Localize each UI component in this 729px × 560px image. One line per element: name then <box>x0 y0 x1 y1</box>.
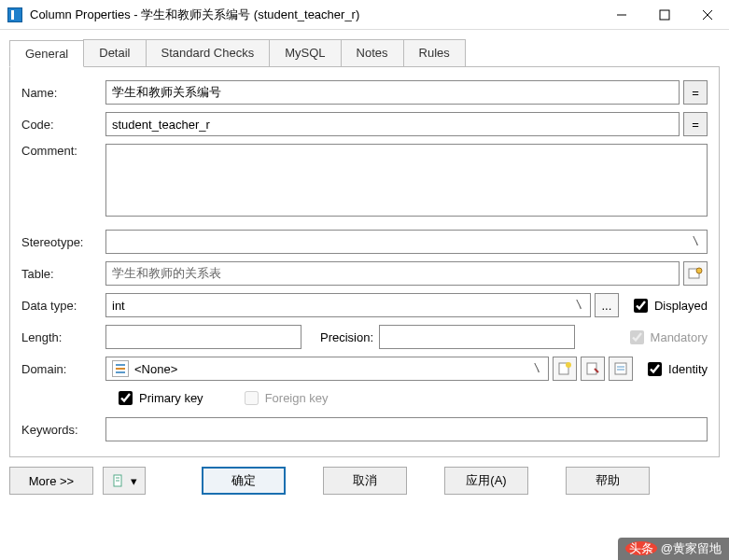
foreign-key-check-input <box>245 391 259 405</box>
length-label: Length: <box>21 330 105 344</box>
svg-rect-9 <box>615 363 626 374</box>
window-title: Column Properties - 学生和教师关系编号 (student_t… <box>30 7 600 23</box>
tab-mysql[interactable]: MySQL <box>269 39 341 66</box>
tab-notes[interactable]: Notes <box>341 39 404 66</box>
mandatory-checkbox: Mandatory <box>626 328 708 347</box>
domain-new-button[interactable] <box>553 357 577 381</box>
domain-icon <box>112 360 129 377</box>
data-type-combo[interactable]: int 〵 <box>105 293 591 317</box>
table-label: Table: <box>21 267 105 281</box>
help-button[interactable]: 帮助 <box>566 467 650 495</box>
precision-label: Precision: <box>320 330 373 344</box>
name-input[interactable] <box>105 80 680 105</box>
name-equals-button[interactable]: = <box>683 80 708 105</box>
code-input[interactable] <box>105 112 680 136</box>
precision-input[interactable] <box>379 325 575 349</box>
table-input <box>105 261 680 286</box>
svg-rect-1 <box>660 10 669 20</box>
ok-button[interactable]: 确定 <box>202 467 286 495</box>
stereotype-combo[interactable]: 〵 <box>105 230 708 254</box>
chevron-down-icon: 〵 <box>532 363 542 374</box>
identity-check-input[interactable] <box>648 362 662 376</box>
apply-button[interactable]: 应用(A) <box>444 467 528 495</box>
domain-combo[interactable]: <None> 〵 <box>105 357 549 381</box>
tab-general[interactable]: General <box>9 40 84 67</box>
data-type-label: Data type: <box>21 299 105 313</box>
foreign-key-checkbox: Foreign key <box>241 388 329 408</box>
domain-label: Domain: <box>21 362 105 376</box>
minimize-button[interactable] <box>600 0 643 30</box>
primary-key-check-input[interactable] <box>119 391 133 405</box>
displayed-check-input[interactable] <box>634 299 648 313</box>
comment-textarea[interactable] <box>105 144 708 217</box>
tab-rules[interactable]: Rules <box>403 39 466 66</box>
primary-key-checkbox[interactable]: Primary key <box>115 388 203 408</box>
chevron-down-icon: 〵 <box>691 236 701 247</box>
general-panel: Name: = Code: = Comment: Stereotype: 〵 T… <box>9 66 720 457</box>
code-label: Code: <box>21 118 105 132</box>
cancel-button[interactable]: 取消 <box>323 467 407 495</box>
code-equals-button[interactable]: = <box>683 112 708 136</box>
app-icon <box>7 7 22 22</box>
data-type-value: int <box>112 299 125 313</box>
displayed-checkbox[interactable]: Displayed <box>630 296 708 315</box>
svg-point-5 <box>696 268 702 273</box>
domain-value: <None> <box>134 362 177 376</box>
comment-label: Comment: <box>21 144 105 158</box>
watermark: 头条头条 @黄家留地@黄家留地 <box>618 538 729 560</box>
more-button[interactable]: More >> <box>9 467 93 495</box>
dialog-footer: More >> ▾ 确定 取消 应用(A) 帮助 <box>0 457 729 504</box>
keywords-input[interactable] <box>105 417 708 441</box>
watermark-icon: 头条 <box>625 541 657 555</box>
tab-strip: General Detail Standard Checks MySQL Not… <box>9 39 720 66</box>
name-label: Name: <box>21 86 105 100</box>
chevron-down-icon: 〵 <box>574 300 584 311</box>
mandatory-check-input <box>630 330 644 344</box>
tab-standard-checks[interactable]: Standard Checks <box>146 39 271 66</box>
length-input[interactable] <box>105 325 301 349</box>
close-button[interactable] <box>686 0 729 30</box>
maximize-button[interactable] <box>643 0 686 30</box>
dropdown-caret-icon: ▾ <box>131 474 137 488</box>
svg-point-7 <box>566 362 571 368</box>
titlebar: Column Properties - 学生和教师关系编号 (student_t… <box>0 0 729 30</box>
keywords-label: Keywords: <box>21 423 105 437</box>
stereotype-label: Stereotype: <box>21 235 105 249</box>
domain-props-button[interactable] <box>581 357 605 381</box>
domain-clear-button[interactable] <box>609 357 633 381</box>
data-type-ellipsis-button[interactable]: ... <box>595 293 619 317</box>
tab-detail[interactable]: Detail <box>83 39 146 66</box>
menu-button[interactable]: ▾ <box>103 467 146 495</box>
table-browse-button[interactable] <box>683 261 708 286</box>
identity-checkbox[interactable]: Identity <box>644 359 708 379</box>
